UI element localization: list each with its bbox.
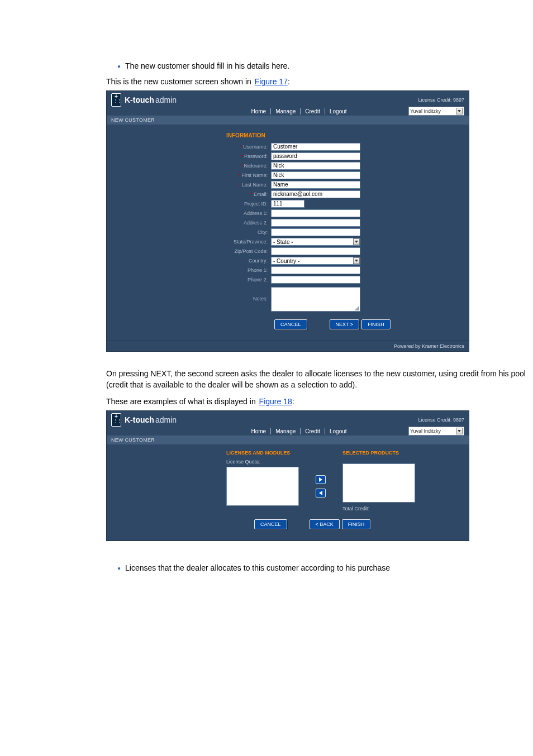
nav-manage[interactable]: Manage xyxy=(271,108,301,114)
chevron-down-icon xyxy=(353,257,360,264)
available-licenses-list[interactable] xyxy=(226,467,299,506)
doc-bullet: Licenses that the dealer allocates to th… xyxy=(117,563,527,572)
nickname-field[interactable]: Nick xyxy=(271,162,360,170)
chevron-down-icon xyxy=(456,108,463,114)
brand-logo: K-touchadmin xyxy=(111,413,177,427)
phone2-field[interactable] xyxy=(271,276,360,284)
cancel-button[interactable]: CANCEL xyxy=(274,319,307,329)
admin-panel-screenshot-1: K-touchadmin License Credit: 9897 Home M… xyxy=(106,90,469,352)
body-paragraph: On pressing NEXT, the second screen asks… xyxy=(106,369,527,390)
section-title: INFORMATION xyxy=(226,132,461,138)
bullet-text: Licenses that the dealer allocates to th… xyxy=(125,563,390,572)
brand-logo: K-touchadmin xyxy=(111,93,177,107)
firstname-field[interactable]: Nick xyxy=(271,171,360,179)
username-field[interactable]: Customer xyxy=(271,143,360,151)
doc-bullet: The new customer should fill in his deta… xyxy=(117,61,527,70)
move-right-button[interactable] xyxy=(316,475,326,484)
zip-field[interactable] xyxy=(271,247,360,255)
selected-title: SELECTED PRODUCTS xyxy=(342,450,415,456)
bullet-text: The new customer should fill in his deta… xyxy=(125,61,289,70)
back-button[interactable]: < BACK xyxy=(310,519,340,529)
logo-icon xyxy=(111,413,121,427)
licenses-title: LICENSES AND MODULES xyxy=(226,450,299,456)
chevron-down-icon xyxy=(456,428,463,434)
country-select[interactable]: - Country - xyxy=(271,257,360,265)
chevron-down-icon xyxy=(353,238,360,245)
panel-footer: Powered by Kramer Electronics xyxy=(107,341,469,351)
nav-logout[interactable]: Logout xyxy=(325,428,351,434)
finish-button[interactable]: FINISH xyxy=(361,319,391,329)
lastname-field[interactable]: Name xyxy=(271,181,360,189)
finish-button[interactable]: FINISH xyxy=(342,519,371,529)
nav-credit[interactable]: Credit xyxy=(301,428,325,434)
nav-manage[interactable]: Manage xyxy=(271,428,301,434)
logo-icon xyxy=(111,93,121,107)
breadcrumb: NEW CUSTOMER xyxy=(107,436,469,444)
projectid-field[interactable]: 111 xyxy=(271,200,304,208)
next-button[interactable]: NEXT > xyxy=(330,319,360,329)
address2-field[interactable] xyxy=(271,219,360,227)
phone1-field[interactable] xyxy=(271,266,360,274)
move-left-button[interactable] xyxy=(316,489,326,497)
nav-logout[interactable]: Logout xyxy=(325,108,351,114)
figure-caption-2: These are examples of what is displayed … xyxy=(106,397,527,406)
selected-products-list[interactable] xyxy=(342,463,415,503)
top-nav: Home Manage Credit Logout xyxy=(246,428,351,434)
address1-field[interactable] xyxy=(271,209,360,217)
figure-caption-1: This is the new customer screen shown in… xyxy=(106,77,527,86)
user-dropdown[interactable]: Yuval Inditzky xyxy=(408,107,464,116)
figure-link-18[interactable]: Figure 18 xyxy=(259,397,292,406)
top-nav: Home Manage Credit Logout xyxy=(246,108,351,114)
license-credit: License Credit: 9897 xyxy=(418,417,464,423)
password-field[interactable]: password xyxy=(271,152,360,160)
user-dropdown[interactable]: Yuval Inditzky xyxy=(408,427,464,436)
nav-credit[interactable]: Credit xyxy=(301,108,325,114)
figure-link-17[interactable]: Figure 17 xyxy=(255,77,288,86)
email-field[interactable]: nickname@aol.com xyxy=(271,190,360,198)
city-field[interactable] xyxy=(271,228,360,236)
cancel-button[interactable]: CANCEL xyxy=(254,519,287,529)
notes-textarea[interactable] xyxy=(271,287,360,312)
nav-home[interactable]: Home xyxy=(246,428,271,434)
admin-panel-screenshot-2: K-touchadmin License Credit: 9897 Home M… xyxy=(106,410,469,541)
breadcrumb: NEW CUSTOMER xyxy=(107,116,469,125)
license-credit: License Credit: 9897 xyxy=(418,97,464,103)
nav-home[interactable]: Home xyxy=(246,108,271,114)
license-quota-label: License Quota: xyxy=(226,459,299,465)
state-select[interactable]: - State - xyxy=(271,238,360,246)
total-credit-label: Total Credit: xyxy=(342,506,415,511)
